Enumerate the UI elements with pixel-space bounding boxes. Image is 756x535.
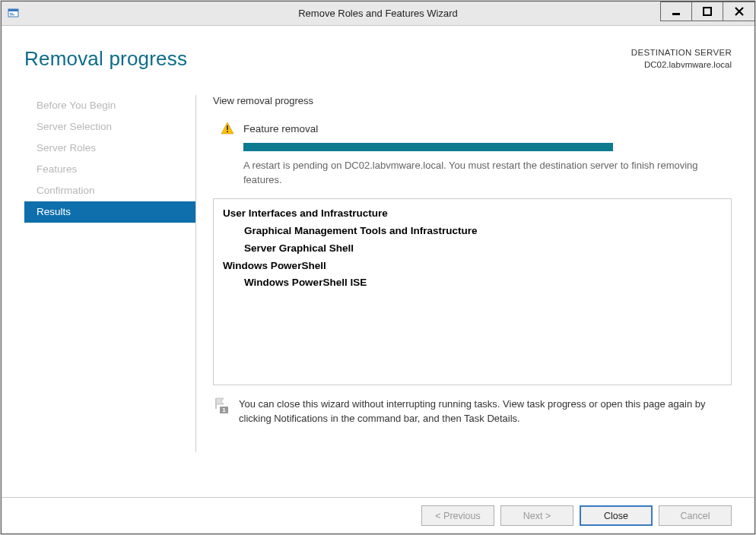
close-window-button[interactable] [723,2,754,21]
restart-message: A restart is pending on DC02.labvmware.l… [213,159,732,188]
wizard-steps-sidebar: Before You Begin Server Selection Server… [24,86,195,497]
cancel-button: Cancel [659,505,732,526]
maximize-button[interactable] [691,2,723,21]
window-title: Remove Roles and Features Wizard [298,8,458,19]
title-bar: Remove Roles and Features Wizard [2,2,754,26]
main-panel: View removal progress Feature removal A … [196,86,732,497]
status-row: Feature removal [213,122,732,135]
progress-bar [243,143,613,151]
feature-tree-item: Server Graphical Shell [223,240,722,258]
svg-text:1: 1 [222,407,226,413]
destination-block: DESTINATION SERVER DC02.labvmware.local [631,47,732,71]
step-server-roles: Server Roles [24,138,195,159]
close-button[interactable]: Close [580,505,653,526]
svg-rect-1 [8,9,18,11]
minimize-button[interactable] [660,2,692,21]
svg-rect-5 [704,8,711,15]
app-icon [8,8,20,20]
feature-tree-item: Graphical Management Tools and Infrastru… [223,223,722,240]
footer-buttons: < Previous Next > Close Cancel [2,497,754,533]
previous-button: < Previous [421,505,494,526]
next-button: Next > [500,505,573,526]
step-results: Results [24,201,195,223]
content-area: Removal progress DESTINATION SERVER DC02… [2,26,754,533]
window-controls [661,2,754,21]
svg-rect-7 [227,131,228,132]
feature-tree-item: Windows PowerShell [223,258,722,275]
step-features: Features [24,159,195,180]
wizard-window: Remove Roles and Features Wizard Removal… [1,1,755,534]
destination-label: DESTINATION SERVER [631,47,732,59]
header-row: Removal progress DESTINATION SERVER DC02… [2,26,754,78]
svg-rect-6 [227,125,228,130]
note-text: You can close this wizard without interr… [239,397,726,426]
status-title: Feature removal [243,123,318,135]
destination-server-name: DC02.labvmware.local [631,59,732,71]
feature-tree-item: Windows PowerShell ISE [223,274,722,292]
warning-icon [221,122,234,135]
main-row: Before You Begin Server Selection Server… [2,78,754,497]
svg-rect-2 [10,13,13,14]
svg-rect-3 [10,14,14,15]
notification-flag-icon: 1 [213,397,230,414]
step-before-you-begin: Before You Begin [24,95,195,116]
note-row: 1 You can close this wizard without inte… [213,385,732,426]
features-list: User Interfaces and Infrastructure Graph… [213,198,732,385]
svg-rect-4 [672,13,680,15]
step-confirmation: Confirmation [24,180,195,201]
page-title: Removal progress [24,47,187,71]
feature-tree-item: User Interfaces and Infrastructure [223,205,722,223]
step-server-selection: Server Selection [24,116,195,138]
instruction-text: View removal progress [213,95,732,106]
